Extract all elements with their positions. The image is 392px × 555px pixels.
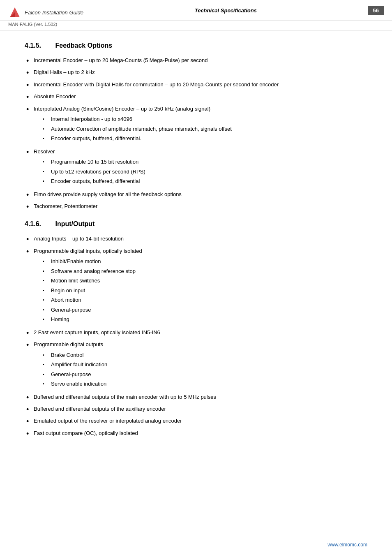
section-1-title: Feedback Options: [55, 42, 112, 49]
item-text: Resolver Programmable 10 to 15 bit resol…: [34, 148, 367, 188]
section-title: Technical Specifications: [83, 6, 368, 14]
list-item: • Incremental Encoder – up to 20 Mega-Co…: [25, 55, 367, 67]
sub-item-text: Up to 512 revolutions per second (RPS): [51, 168, 367, 176]
guide-title: Falcon Installation Guide: [25, 9, 83, 16]
bullet-icon: •: [25, 56, 34, 66]
section-2-list: • Analog Inputs – up to 14-bit resolutio…: [25, 234, 367, 440]
sub-bullet-icon: [42, 351, 51, 358]
list-item: Internal Interpolation - up to x4096: [42, 114, 367, 124]
section-1-number: 4.1.5.: [25, 42, 53, 49]
list-item: General-purpose: [42, 370, 367, 379]
sub-bullet-icon: [42, 296, 51, 303]
list-item: • Incremental Encoder with Digital Halls…: [25, 79, 367, 91]
list-item: Programmable 10 to 15 bit resolution: [42, 157, 367, 167]
bullet-icon: •: [25, 247, 34, 257]
sub-item-text: General-purpose: [51, 370, 367, 379]
sub-bullet-icon: [42, 287, 51, 294]
header: Falcon Installation Guide Technical Spec…: [0, 0, 392, 21]
list-item: Automatic Correction of amplitude mismat…: [42, 124, 367, 134]
list-item: Amplifier fault indication: [42, 360, 367, 370]
sub-bullet-icon: [42, 125, 51, 132]
item-text: Incremental Encoder – up to 20 Mega-Coun…: [34, 56, 367, 65]
list-item: • Emulated output of the resolver or int…: [25, 416, 367, 428]
sub-item-text: Brake Control: [51, 351, 367, 359]
list-item: • Analog Inputs – up to 14-bit resolutio…: [25, 234, 367, 245]
sub-header: MAN-FALIG (Ver. 1.502): [0, 21, 392, 30]
list-item: Abort motion: [42, 295, 367, 305]
bullet-icon: •: [25, 429, 34, 439]
sub-item-text: Automatic Correction of amplitude mismat…: [51, 125, 367, 133]
sub-item-text: Encoder outputs, buffered, differential: [51, 177, 367, 185]
list-item: • 2 Fast event capture inputs, optically…: [25, 327, 367, 339]
sub-list: Brake Control Amplifier fault indication…: [42, 350, 367, 389]
section-2-number: 4.1.6.: [25, 220, 53, 228]
sub-item-text: Servo enable indication: [51, 380, 367, 388]
list-item: General-purpose: [42, 305, 367, 315]
section-2-heading: 4.1.6. Input/Output: [25, 220, 367, 228]
list-item: Encoder outputs, buffered, differential.: [42, 134, 367, 143]
sub-bullet-icon: [42, 267, 51, 275]
sub-list: Internal Interpolation - up to x4096 Aut…: [42, 114, 367, 143]
list-item: • Buffered and differential outputs of t…: [25, 404, 367, 416]
list-item: Brake Control: [42, 350, 367, 360]
item-text: Emulated output of the resolver or inter…: [34, 417, 367, 425]
list-item: • Buffered and differential outputs of t…: [25, 392, 367, 404]
sub-item-text: Motion limit switches: [51, 277, 367, 285]
sub-bullet-icon: [42, 361, 51, 368]
sub-item-text: Homing: [51, 315, 367, 324]
sub-bullet-icon: [42, 177, 51, 185]
item-text: Incremental Encoder with Digital Halls f…: [34, 81, 367, 89]
sub-item-text: Amplifier fault indication: [51, 361, 367, 369]
bullet-icon: •: [25, 235, 34, 244]
content: 4.1.5. Feedback Options • Incremental En…: [0, 30, 392, 460]
item-text: Analog Inputs – up to 14-bit resolution: [34, 235, 367, 243]
sub-item-text: General-purpose: [51, 306, 367, 314]
page: Falcon Installation Guide Technical Spec…: [0, 0, 392, 555]
section-1-list: • Incremental Encoder – up to 20 Mega-Co…: [25, 55, 367, 213]
bullet-icon: •: [25, 81, 34, 90]
sub-item-text: Programmable 10 to 15 bit resolution: [51, 158, 367, 166]
bullet-icon: •: [25, 148, 34, 157]
list-item: Motion limit switches: [42, 276, 367, 286]
item-text: Absolute Encoder: [34, 92, 367, 101]
item-text: 2 Fast event capture inputs, optically i…: [34, 328, 367, 337]
list-item: • Digital Halls – up to 2 kHz: [25, 67, 367, 79]
item-text: Programmable digital outputs Brake Contr…: [34, 340, 367, 391]
sub-bullet-icon: [42, 134, 51, 142]
sub-bullet-icon: [42, 380, 51, 387]
list-item: Servo enable indication: [42, 379, 367, 389]
header-left: Falcon Installation Guide: [8, 6, 83, 19]
sub-bullet-icon: [42, 257, 51, 265]
sub-bullet-icon: [42, 306, 51, 313]
sub-item-text: Begin on input: [51, 287, 367, 295]
bullet-icon: •: [25, 68, 34, 78]
item-text: Interpolated Analog (Sine/Cosine) Encode…: [34, 105, 367, 145]
sub-item-text: Abort motion: [51, 296, 367, 304]
bullet-icon: •: [25, 105, 34, 114]
item-text: Programmable digital inputs, optically i…: [34, 247, 367, 326]
bullet-icon: •: [25, 393, 34, 402]
list-item: • Fast output compare (OC), optically is…: [25, 428, 367, 440]
section-1-heading: 4.1.5. Feedback Options: [25, 42, 367, 49]
bullet-icon: •: [25, 340, 34, 350]
bullet-icon: •: [25, 92, 34, 102]
list-item: • Programmable digital inputs, optically…: [25, 246, 367, 327]
sub-list: Programmable 10 to 15 bit resolution Up …: [42, 157, 367, 186]
list-item: • Resolver Programmable 10 to 15 bit res…: [25, 146, 367, 189]
bullet-icon: •: [25, 417, 34, 426]
item-text: Buffered and differential outputs of the…: [34, 405, 367, 413]
sub-item-text: Software and analog reference stop: [51, 267, 367, 275]
sub-bullet-icon: [42, 315, 51, 323]
list-item: • Elmo drives provide supply voltage for…: [25, 189, 367, 201]
sub-bullet-icon: [42, 168, 51, 175]
page-number: 56: [368, 6, 384, 15]
sub-bullet-icon: [42, 158, 51, 165]
bullet-icon: •: [25, 405, 34, 414]
item-text: Elmo drives provide supply voltage for a…: [34, 190, 367, 199]
sub-bullet-icon: [42, 115, 51, 123]
sub-bullet-icon: [42, 370, 51, 378]
list-item: Inhibit/Enable motion: [42, 257, 367, 266]
section-2-title: Input/Output: [55, 220, 95, 227]
logo-icon: [8, 6, 21, 19]
list-item: • Programmable digital outputs Brake Con…: [25, 339, 367, 392]
